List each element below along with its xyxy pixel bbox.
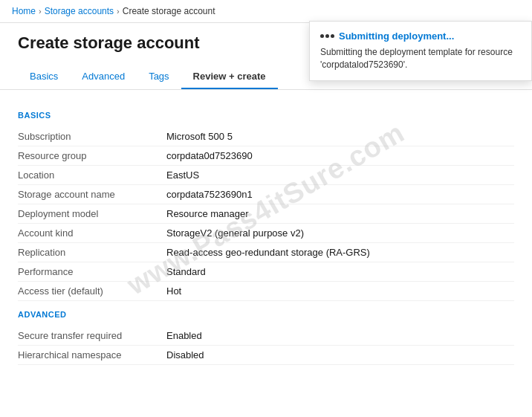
value-location: EastUS [166, 169, 199, 181]
field-account-kind: Account kind StorageV2 (general purpose … [18, 224, 514, 243]
breadcrumb-sep-1: › [39, 7, 42, 16]
value-subscription: Microsoft 500 5 [166, 131, 233, 142]
label-storage-account-name: Storage account name [18, 189, 166, 200]
tab-tags[interactable]: Tags [137, 65, 181, 89]
tab-review-create[interactable]: Review + create [181, 65, 278, 89]
notification-title: Submitting deployment... [339, 30, 454, 42]
advanced-section: ADVANCED Secure transfer required Enable… [18, 310, 514, 365]
notification-popup: Submitting deployment... Submitting the … [309, 21, 532, 81]
value-secure-transfer: Enabled [166, 330, 202, 341]
label-resource-group: Resource group [18, 150, 166, 161]
value-hierarchical-namespace: Disabled [166, 349, 204, 361]
tab-basics[interactable]: Basics [18, 65, 70, 89]
field-performance: Performance Standard [18, 262, 514, 282]
field-access-tier: Access tier (default) Hot [18, 282, 514, 301]
breadcrumb-home[interactable]: Home [12, 6, 36, 16]
notification-body: Submitting the deployment template for r… [320, 46, 521, 71]
field-hierarchical-namespace: Hierarchical namespace Disabled [18, 346, 514, 365]
field-subscription: Subscription Microsoft 500 5 [18, 127, 514, 146]
breadcrumb: Home › Storage accounts › Create storage… [0, 0, 532, 23]
label-account-kind: Account kind [18, 227, 166, 239]
value-performance: Standard [166, 266, 206, 277]
label-location: Location [18, 169, 166, 181]
label-deployment-model: Deployment model [18, 208, 166, 219]
field-deployment-model: Deployment model Resource manager [18, 204, 514, 224]
basics-section: BASICS Subscription Microsoft 500 5 Reso… [18, 111, 514, 301]
advanced-section-label: ADVANCED [18, 310, 514, 319]
field-location: Location EastUS [18, 166, 514, 185]
label-performance: Performance [18, 266, 166, 277]
value-access-tier: Hot [166, 285, 181, 297]
breadcrumb-sep-2: › [117, 7, 120, 16]
basics-section-label: BASICS [18, 111, 514, 120]
field-resource-group: Resource group corpdata0d7523690 [18, 146, 514, 166]
breadcrumb-current: Create storage account [123, 6, 215, 16]
breadcrumb-storage-accounts[interactable]: Storage accounts [45, 6, 114, 16]
value-account-kind: StorageV2 (general purpose v2) [166, 227, 304, 239]
label-replication: Replication [18, 247, 166, 258]
notification-dots-icon [320, 34, 334, 38]
value-storage-account-name: corpdata7523690n1 [166, 189, 253, 200]
label-subscription: Subscription [18, 131, 166, 142]
label-access-tier: Access tier (default) [18, 285, 166, 297]
value-resource-group: corpdata0d7523690 [166, 150, 253, 161]
main-content: BASICS Subscription Microsoft 500 5 Reso… [0, 90, 532, 417]
tab-advanced[interactable]: Advanced [70, 65, 137, 89]
field-storage-account-name: Storage account name corpdata7523690n1 [18, 185, 514, 204]
field-replication: Replication Read-access geo-redundant st… [18, 243, 514, 262]
field-secure-transfer: Secure transfer required Enabled [18, 326, 514, 346]
notification-header: Submitting deployment... [320, 30, 521, 42]
value-replication: Read-access geo-redundant storage (RA-GR… [166, 247, 370, 258]
label-secure-transfer: Secure transfer required [18, 330, 166, 341]
label-hierarchical-namespace: Hierarchical namespace [18, 349, 166, 361]
value-deployment-model: Resource manager [166, 208, 249, 219]
